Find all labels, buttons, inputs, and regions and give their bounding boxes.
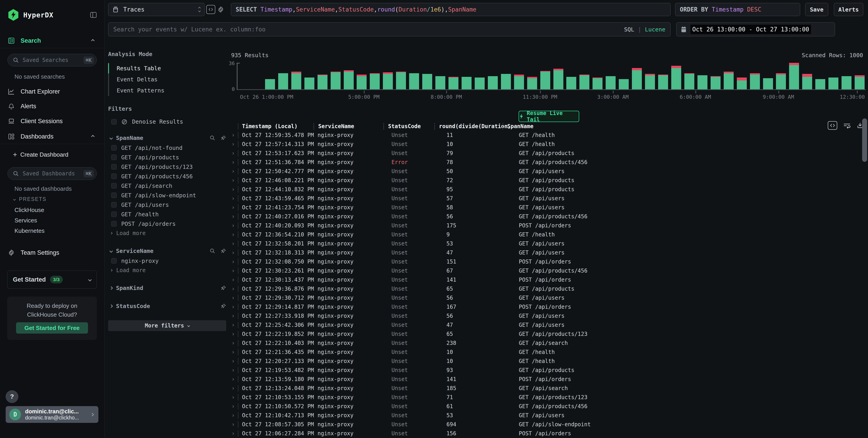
checkbox[interactable] (111, 183, 117, 189)
sidebar-item-dashboards[interactable]: Dashboards (7, 131, 97, 142)
histogram-bar[interactable] (488, 76, 498, 90)
row-expand-chevron-icon[interactable]: › (228, 331, 238, 337)
create-dashboard-button[interactable]: + Create Dashboard (13, 150, 97, 159)
table-row[interactable]: ›Oct 27 12:30:13.437 PMnginx-proxyUnset1… (228, 275, 862, 284)
table-row[interactable]: ›Oct 27 12:53:17.623 PMnginx-proxyUnset7… (228, 149, 862, 158)
table-row[interactable]: ›Oct 27 12:43:59.465 PMnginx-proxyUnset5… (228, 194, 862, 203)
more-filters-button[interactable]: More filters (108, 320, 226, 331)
histogram-bar[interactable] (645, 74, 655, 89)
histogram-bar[interactable] (409, 73, 419, 90)
code-toggle-icon[interactable] (206, 5, 215, 14)
analysis-mode-option[interactable]: Results Table (109, 63, 226, 74)
checkbox[interactable] (111, 202, 117, 207)
histogram-bar[interactable] (619, 79, 629, 90)
histogram-bar[interactable] (475, 77, 485, 89)
load-more-button[interactable]: Load more (108, 229, 226, 238)
row-expand-chevron-icon[interactable]: › (228, 132, 238, 138)
row-expand-chevron-icon[interactable]: › (228, 223, 238, 229)
histogram-bar[interactable] (789, 63, 799, 89)
filter-value-checkbox[interactable]: GET /api/slow-endpoint (108, 191, 226, 200)
row-expand-chevron-icon[interactable]: › (228, 367, 238, 373)
row-expand-chevron-icon[interactable]: › (228, 349, 238, 355)
histogram-bar[interactable] (370, 73, 380, 90)
saved-searches-input[interactable]: Saved Searches ⌘K (7, 54, 97, 66)
sidebar-item-team-settings[interactable]: Team Settings (7, 247, 97, 258)
user-menu[interactable]: D dominic.tran@clic... dominic.tran@clic… (6, 406, 98, 423)
histogram-bar[interactable] (724, 72, 734, 89)
table-row[interactable]: ›Oct 27 12:59:35.478 PMnginx-proxyUnset1… (228, 131, 862, 140)
histogram-bar[interactable] (317, 75, 328, 89)
table-row[interactable]: ›Oct 27 12:44:10.832 PMnginx-proxyUnset9… (228, 185, 862, 194)
row-expand-chevron-icon[interactable]: › (228, 231, 238, 238)
get-started-free-button[interactable]: Get Started for Free (16, 322, 88, 334)
row-expand-chevron-icon[interactable]: › (228, 358, 238, 364)
sidebar-item-chart-explorer[interactable]: Chart Explorer (7, 86, 97, 97)
table-row[interactable]: ›Oct 27 12:10:53.155 PMnginx-proxyUnset7… (228, 393, 862, 402)
search-icon[interactable] (210, 135, 215, 141)
scrollbar-thumb[interactable] (862, 119, 867, 162)
table-row[interactable]: ›Oct 27 12:10:42.713 PMnginx-proxyUnset5… (228, 411, 862, 420)
checkbox[interactable] (111, 211, 117, 217)
load-more-button[interactable]: Load more (108, 266, 226, 275)
column-header[interactable]: StatusCode (383, 123, 438, 130)
histogram-bar[interactable] (291, 72, 301, 89)
histogram-bar[interactable] (331, 72, 341, 89)
checkbox[interactable] (111, 119, 117, 125)
histogram-bar[interactable] (592, 77, 602, 89)
row-expand-chevron-icon[interactable]: › (228, 295, 238, 301)
save-button[interactable]: Save (805, 3, 828, 16)
resume-live-tail-button[interactable]: Resume Live Tail (519, 111, 579, 122)
histogram-bar[interactable] (829, 77, 838, 89)
column-header[interactable]: round(divide(Duration, (434, 123, 506, 130)
checkbox[interactable] (111, 258, 117, 264)
row-expand-chevron-icon[interactable]: › (228, 168, 238, 174)
histogram-bar[interactable] (698, 75, 707, 89)
table-row[interactable]: ›Oct 27 12:50:42.777 PMnginx-proxyUnset5… (228, 167, 862, 176)
row-expand-chevron-icon[interactable]: › (228, 376, 238, 382)
presets-toggle[interactable]: PRESETS (13, 196, 46, 202)
row-expand-chevron-icon[interactable]: › (228, 213, 238, 220)
histogram-bar[interactable] (462, 77, 471, 89)
filter-group-header[interactable]: SpanKind (108, 283, 226, 293)
histogram-bar[interactable] (356, 75, 367, 89)
histogram-bar[interactable] (422, 74, 432, 89)
histogram-bar[interactable] (514, 75, 524, 89)
histogram-bar[interactable] (841, 76, 851, 90)
row-expand-chevron-icon[interactable]: › (228, 277, 238, 283)
filter-value-checkbox[interactable]: GET /api/not-found (108, 143, 226, 153)
histogram-bar[interactable] (435, 76, 445, 90)
table-row[interactable]: ›Oct 27 12:32:08.750 PMnginx-proxyUnset1… (228, 257, 862, 266)
filter-group-header[interactable]: ServiceName (108, 246, 226, 256)
table-row[interactable]: ›Oct 27 12:22:10.403 PMnginx-proxyUnset2… (228, 339, 862, 347)
pin-icon[interactable] (220, 285, 226, 291)
date-range-picker[interactable]: Oct 26 13:00:00 - Oct 27 13:00:00 (676, 22, 835, 36)
table-row[interactable]: ›Oct 27 12:25:42.306 PMnginx-proxyUnset4… (228, 321, 862, 330)
pin-icon[interactable] (220, 303, 226, 309)
column-header[interactable]: Timestamp (Local) (238, 123, 317, 130)
table-row[interactable]: ›Oct 27 12:29:14.817 PMnginx-proxyUnset1… (228, 302, 862, 311)
saved-dashboards-input[interactable]: Saved Dashboards ⌘K (7, 167, 97, 180)
filter-group-header[interactable]: StatusCode (108, 301, 226, 311)
histogram-bar[interactable] (737, 77, 747, 89)
table-row[interactable]: ›Oct 27 12:32:58.201 PMnginx-proxyUnset5… (228, 239, 862, 248)
filter-value-checkbox[interactable]: GET /api/products/456 (108, 172, 226, 181)
table-row[interactable]: ›Oct 27 12:40:20.093 PMnginx-proxyUnset1… (228, 221, 862, 230)
analysis-mode-option[interactable]: Event Patterns (109, 85, 226, 96)
sidebar-collapse-icon[interactable] (90, 11, 97, 19)
table-row[interactable]: ›Oct 27 12:19:53.482 PMnginx-proxyUnset9… (228, 366, 862, 375)
table-row[interactable]: ›Oct 27 12:27:33.918 PMnginx-proxyUnset5… (228, 311, 862, 321)
sidebar-item-client-sessions[interactable]: Client Sessions (7, 116, 97, 127)
column-header[interactable]: ServiceName (313, 123, 388, 130)
lucene-toggle[interactable]: Lucene (645, 26, 665, 33)
histogram-bar[interactable] (684, 73, 694, 90)
row-expand-chevron-icon[interactable]: › (228, 304, 238, 310)
row-expand-chevron-icon[interactable]: › (228, 394, 238, 401)
checkbox[interactable] (111, 145, 117, 150)
checkbox[interactable] (111, 193, 117, 198)
histogram-bar[interactable] (383, 72, 393, 89)
histogram-bar[interactable] (265, 79, 275, 90)
pin-icon[interactable] (220, 135, 226, 141)
results-histogram[interactable]: 36 0 Oct 26 1:00:00 PM5:00:00 PM8:00:00 … (237, 63, 866, 90)
sql-select-input[interactable]: SELECT Timestamp,ServiceName,StatusCode,… (231, 3, 671, 16)
row-expand-chevron-icon[interactable]: › (228, 340, 238, 346)
